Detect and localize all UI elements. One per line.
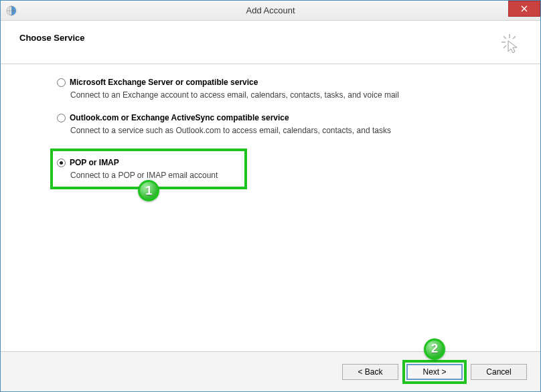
radio-pop-imap[interactable] — [57, 159, 66, 167]
svg-line-8 — [513, 36, 516, 39]
next-button[interactable]: Next > — [406, 364, 463, 380]
option-outlook: Outlook.com or Exchange ActiveSync compa… — [57, 113, 534, 135]
option-exchange: Microsoft Exchange Server or compatible … — [57, 78, 534, 100]
wizard-footer: < Back Next > 2 Cancel — [1, 351, 540, 391]
option-pop-imap: POP or IMAP Connect to a POP or IMAP ema… — [57, 158, 218, 180]
highlight-next: Next > 2 — [402, 360, 467, 384]
svg-line-9 — [504, 45, 506, 48]
content-area: Microsoft Exchange Server or compatible … — [1, 64, 540, 351]
radio-row-exchange[interactable]: Microsoft Exchange Server or compatible … — [57, 78, 534, 87]
window-title: Add Account — [246, 5, 295, 15]
radio-row-pop-imap[interactable]: POP or IMAP — [57, 158, 218, 167]
titlebar: Add Account — [1, 1, 540, 21]
radio-outlook[interactable] — [57, 114, 66, 122]
app-icon — [6, 5, 17, 16]
cancel-button[interactable]: Cancel — [471, 364, 527, 380]
option-label-exchange: Microsoft Exchange Server or compatible … — [70, 78, 258, 87]
back-button[interactable]: < Back — [342, 364, 398, 380]
option-desc-pop-imap: Connect to a POP or IMAP email account — [70, 171, 218, 180]
close-button[interactable] — [508, 1, 540, 17]
highlight-pop-imap: POP or IMAP Connect to a POP or IMAP ema… — [50, 149, 247, 189]
option-label-pop-imap: POP or IMAP — [70, 158, 119, 167]
wizard-header: Choose Service — [1, 21, 540, 64]
radio-row-outlook[interactable]: Outlook.com or Exchange ActiveSync compa… — [57, 113, 534, 122]
step-badge-1: 1 — [138, 180, 159, 201]
radio-exchange[interactable] — [57, 78, 66, 87]
option-label-outlook: Outlook.com or Exchange ActiveSync compa… — [70, 113, 289, 122]
cursor-icon — [500, 33, 522, 54]
option-desc-exchange: Connect to an Exchange account to access… — [70, 90, 534, 100]
option-desc-outlook: Connect to a service such as Outlook.com… — [70, 126, 534, 135]
step-badge-2: 2 — [424, 338, 445, 360]
add-account-window: Add Account Choose Service — [0, 0, 541, 392]
page-title: Choose Service — [19, 33, 85, 43]
close-icon — [521, 5, 528, 12]
svg-line-7 — [504, 36, 506, 39]
